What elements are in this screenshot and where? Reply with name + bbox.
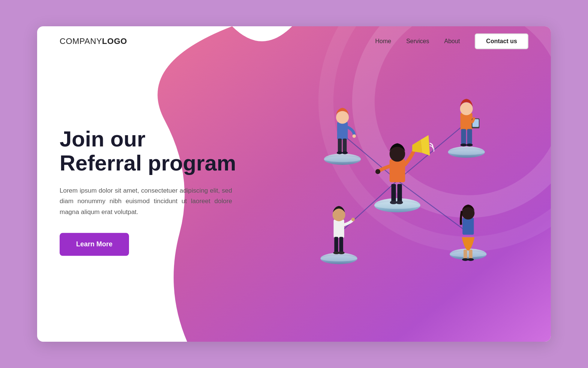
svg-point-46 — [390, 201, 397, 204]
svg-point-12 — [342, 151, 348, 154]
nav-home[interactable]: Home — [375, 38, 391, 45]
learn-more-button[interactable]: Learn More — [60, 233, 129, 256]
svg-point-47 — [396, 201, 403, 204]
header: COMPANYLOGO Home Services About Contact … — [37, 26, 551, 56]
hero-title: Join our Referral program — [60, 127, 255, 175]
svg-rect-44 — [392, 184, 396, 202]
svg-point-21 — [466, 143, 473, 146]
svg-point-20 — [460, 143, 467, 146]
svg-rect-37 — [464, 250, 467, 259]
svg-rect-17 — [460, 113, 472, 130]
svg-rect-36 — [462, 218, 474, 235]
svg-point-22 — [460, 103, 473, 115]
hero-title-line2: Referral program — [60, 151, 236, 175]
navigation: Home Services About Contact us — [375, 33, 528, 49]
hero-content: Join our Referral program Lorem ipsum do… — [60, 127, 255, 256]
nav-about[interactable]: About — [444, 38, 460, 45]
svg-point-13 — [336, 111, 349, 124]
contact-us-button[interactable]: Contact us — [475, 33, 528, 49]
hero-illustration — [258, 26, 551, 342]
logo-text-bold: LOGO — [102, 36, 127, 46]
svg-point-26 — [321, 256, 357, 261]
svg-rect-48 — [390, 159, 405, 182]
network-svg — [273, 56, 528, 312]
svg-rect-29 — [339, 237, 343, 253]
svg-rect-9 — [338, 139, 342, 153]
svg-point-31 — [338, 251, 345, 254]
svg-rect-28 — [334, 237, 338, 253]
svg-rect-38 — [469, 250, 472, 259]
svg-rect-45 — [398, 184, 402, 202]
svg-point-33 — [351, 218, 355, 221]
svg-point-7 — [324, 156, 361, 162]
svg-point-50 — [375, 169, 380, 174]
company-logo: COMPANYLOGO — [60, 36, 127, 46]
svg-rect-10 — [343, 139, 346, 153]
svg-rect-18 — [461, 129, 466, 145]
hero-description: Lorem ipsum dolor sit amet, consectetuer… — [60, 186, 232, 218]
svg-point-40 — [468, 258, 474, 261]
svg-rect-27 — [334, 219, 344, 238]
svg-point-14 — [352, 134, 356, 138]
svg-point-16 — [448, 149, 485, 155]
svg-rect-8 — [337, 122, 348, 140]
logo-text-light: COMPANY — [60, 36, 102, 46]
svg-point-11 — [337, 151, 342, 154]
svg-point-35 — [450, 251, 486, 257]
svg-rect-19 — [467, 129, 472, 145]
hero-title-line1: Join our — [60, 127, 146, 151]
nav-services[interactable]: Services — [406, 38, 429, 45]
main-card: COMPANYLOGO Home Services About Contact … — [37, 26, 551, 342]
